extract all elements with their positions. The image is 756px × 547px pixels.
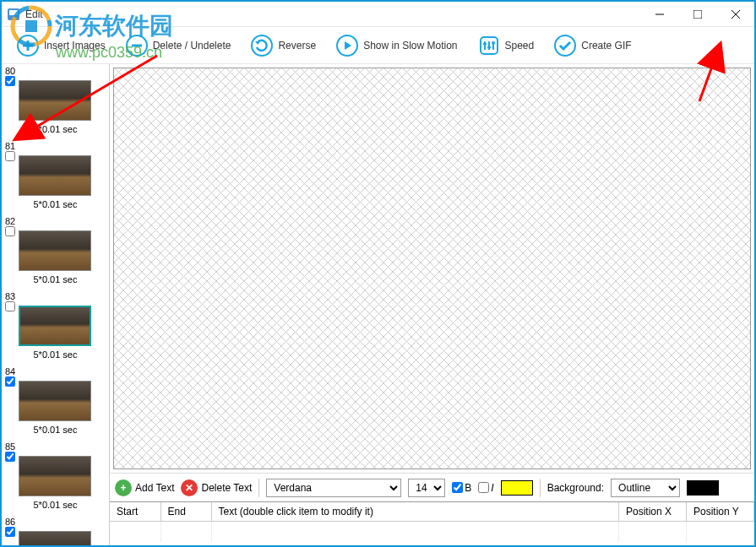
frame-checkbox[interactable] [5,301,15,311]
italic-checkbox[interactable]: I [478,482,493,494]
reverse-button[interactable]: Reverse [242,31,324,60]
delete-icon: ✕ [181,479,198,496]
frames-sidebar[interactable]: 80 5*0.01 sec 81 5*0.01 sec 82 5*0.01 se… [2,64,110,545]
close-button[interactable] [716,2,754,27]
frame-number: 82 [5,216,17,226]
frame-thumbnail[interactable] [19,80,91,121]
content-area: + Add Text ✕ Delete Text Verdana 14 B I … [110,64,754,545]
svg-marker-12 [255,41,260,45]
delete-text-label: Delete Text [201,482,252,494]
speed-button[interactable]: Speed [470,31,543,60]
check-icon [554,35,576,57]
frame-number: 81 [5,141,17,151]
frame-checkbox[interactable] [5,151,15,161]
reverse-icon [251,35,273,57]
delete-undelete-button[interactable]: Delete / Undelete [117,31,240,60]
minus-icon [126,35,148,57]
delete-text-button[interactable]: ✕ Delete Text [181,479,252,496]
add-icon: + [115,479,132,496]
slow-motion-button[interactable]: Show in Slow Motion [328,31,465,60]
frame-checkbox[interactable] [5,376,15,387]
frame-duration: 5*0.01 sec [5,425,106,435]
frame-thumbnail[interactable] [19,306,91,346]
create-gif-label: Create GIF [581,40,631,51]
frame-number: 80 [5,66,17,76]
window-title: Edit [25,8,640,20]
font-select[interactable]: Verdana [266,479,401,497]
text-grid[interactable]: Start End Text (double click item to mod… [110,501,754,545]
col-text[interactable]: Text (double click item to modify it) [211,502,619,522]
svg-point-11 [252,35,272,56]
frame-item[interactable]: 85 5*0.01 sec [2,440,109,515]
frame-thumbnail[interactable] [19,155,91,196]
app-icon [7,8,20,21]
svg-point-21 [492,41,495,45]
insert-images-button[interactable]: Insert Images [8,31,114,60]
toolbar: Insert Images Delete / Undelete Reverse … [2,27,754,64]
frame-thumbnail[interactable] [19,531,91,545]
bold-checkbox[interactable]: B [452,482,471,494]
frame-item[interactable]: 86 [2,515,109,545]
svg-rect-3 [693,10,702,19]
svg-point-20 [487,46,491,49]
speed-label: Speed [505,40,535,51]
titlebar: Edit [2,2,754,27]
delete-undelete-label: Delete / Undelete [153,40,231,51]
frame-duration: 5*0.01 sec [5,124,106,134]
frame-item[interactable]: 82 5*0.01 sec [2,214,109,290]
frame-thumbnail[interactable] [19,230,91,271]
frame-duration: 5*0.01 sec [5,500,106,510]
frame-checkbox[interactable] [5,452,15,462]
frame-number: 84 [5,366,17,376]
text-color-swatch[interactable] [501,480,533,496]
add-text-button[interactable]: + Add Text [115,479,174,496]
frame-checkbox[interactable] [5,527,15,537]
separator [540,479,541,497]
frame-duration: 5*0.01 sec [5,349,106,360]
background-label: Background: [547,482,604,494]
frame-duration: 5*0.01 sec [5,199,106,209]
background-select[interactable]: Outline [611,479,680,497]
col-posy[interactable]: Position Y [687,502,754,522]
frame-duration: 5*0.01 sec [5,274,106,284]
slow-motion-label: Show in Slow Motion [363,40,457,51]
plus-icon [17,35,39,57]
reverse-label: Reverse [278,40,316,51]
bg-color-swatch[interactable] [687,480,719,496]
frame-number: 85 [5,441,17,452]
play-icon [336,35,358,57]
frame-number: 83 [5,291,17,301]
svg-point-19 [483,42,487,46]
text-toolbar: + Add Text ✕ Delete Text Verdana 14 B I … [110,473,754,501]
frame-item[interactable]: 81 5*0.01 sec [2,139,109,214]
insert-images-label: Insert Images [44,40,106,51]
frame-number: 86 [5,517,17,527]
create-gif-button[interactable]: Create GIF [546,31,639,60]
preview-canvas[interactable] [113,68,751,469]
size-select[interactable]: 14 [408,479,445,497]
col-start[interactable]: Start [110,502,160,522]
svg-rect-1 [9,10,18,15]
add-text-label: Add Text [135,482,174,494]
frame-checkbox[interactable] [5,76,15,86]
col-posx[interactable]: Position X [619,502,687,522]
maximize-button[interactable] [678,2,716,27]
frame-thumbnail[interactable] [19,381,91,421]
main-area: 80 5*0.01 sec 81 5*0.01 sec 82 5*0.01 se… [2,64,754,545]
speed-icon [478,35,500,57]
frame-item[interactable]: 83 5*0.01 sec [2,290,109,365]
table-row[interactable] [110,522,754,542]
frame-item[interactable]: 80 5*0.01 sec [2,64,109,139]
svg-marker-14 [345,41,351,50]
minimize-button[interactable] [640,2,678,27]
frame-item[interactable]: 84 5*0.01 sec [2,365,109,440]
col-end[interactable]: End [160,502,211,522]
frame-checkbox[interactable] [5,226,15,236]
separator [258,479,259,497]
frame-thumbnail[interactable] [19,456,91,496]
